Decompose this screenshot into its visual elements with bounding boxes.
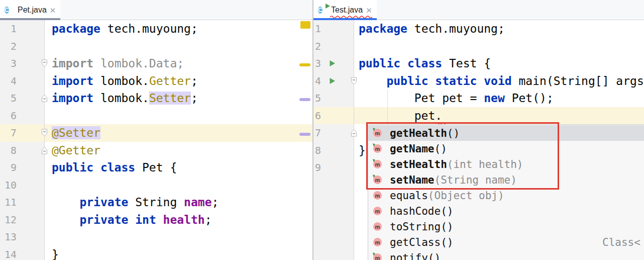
error-stripe-mark[interactable] bbox=[299, 133, 310, 136]
token: package bbox=[359, 22, 407, 35]
code-text[interactable]: @Getter bbox=[52, 142, 100, 159]
method-params: () bbox=[441, 236, 453, 248]
completion-item-setHealth[interactable]: msetHealth(int health) bbox=[368, 156, 644, 172]
tab-title: Pet.java bbox=[18, 6, 47, 15]
method-icon: m bbox=[373, 144, 382, 153]
generated-badge bbox=[373, 159, 375, 162]
code-line[interactable]: 5import lombok.Setter; bbox=[0, 90, 312, 107]
code-line[interactable]: 13 bbox=[0, 228, 312, 246]
method-icon: m bbox=[373, 160, 382, 168]
code-text[interactable]: pet. bbox=[359, 107, 442, 125]
code-line[interactable]: 2 bbox=[0, 38, 312, 55]
fold-collapse-icon[interactable] bbox=[41, 129, 48, 137]
fold-expand-icon[interactable] bbox=[350, 129, 358, 137]
tab-pet-java[interactable]: C Pet.java ✕ bbox=[0, 0, 60, 20]
method-icon: m bbox=[373, 207, 382, 215]
fold-expand-icon[interactable] bbox=[41, 146, 48, 154]
run-overlay-icon bbox=[326, 4, 330, 9]
token: Pet pet = bbox=[359, 92, 484, 105]
completion-item-notify[interactable]: mnotify() bbox=[368, 250, 644, 260]
code-line[interactable]: 2 bbox=[313, 38, 644, 55]
line-number: 13 bbox=[0, 228, 17, 246]
generated-badge bbox=[373, 128, 375, 131]
code-line[interactable]: 1package tech.muyoung; bbox=[313, 20, 644, 38]
code-line[interactable]: 3public class Test { bbox=[313, 55, 644, 72]
code-text[interactable]: import lombok.Getter; bbox=[52, 72, 198, 90]
completion-item-getHealth[interactable]: mgetHealth() bbox=[368, 125, 644, 141]
code-text[interactable]: Pet pet = new Pet(); bbox=[359, 90, 554, 107]
completion-item-equals[interactable]: mequals(Object obj) bbox=[368, 188, 644, 203]
method-icon: m bbox=[373, 176, 382, 184]
code-line[interactable]: 4 public static void main(String[] args bbox=[313, 72, 644, 90]
fold-collapse-icon[interactable] bbox=[41, 59, 48, 68]
code-text[interactable]: @Setter bbox=[52, 124, 100, 142]
token: import bbox=[52, 74, 93, 88]
completion-item-toString[interactable]: mtoString() bbox=[368, 219, 644, 234]
error-stripe bbox=[299, 20, 311, 260]
token: lombok. bbox=[93, 92, 149, 105]
method-params: (int health) bbox=[447, 158, 523, 170]
code-line[interactable]: 8@Getter bbox=[0, 142, 312, 159]
line-number: 9 bbox=[0, 159, 17, 177]
completion-item-hashCode[interactable]: mhashCode() bbox=[368, 203, 644, 219]
code-line[interactable]: 12 private int health; bbox=[0, 211, 312, 229]
method-icon: m bbox=[373, 222, 382, 231]
code-line[interactable]: 1package tech.muyoung; bbox=[0, 20, 312, 38]
code-line[interactable]: 5 Pet pet = new Pet(); bbox=[313, 90, 644, 107]
completion-item-setName[interactable]: msetName(String name) bbox=[368, 172, 644, 188]
token: private bbox=[79, 213, 128, 226]
token: public static void bbox=[386, 74, 511, 88]
code-text[interactable]: import lombok.Setter; bbox=[52, 90, 198, 107]
code-line[interactable]: 9public class Pet { bbox=[0, 159, 312, 177]
code-editor-test[interactable]: mgetHealth()mgetName()msetHealth(int hea… bbox=[313, 20, 644, 260]
token: private bbox=[79, 196, 128, 209]
code-text[interactable]: public class Test { bbox=[359, 55, 491, 72]
fold-collapse-icon[interactable] bbox=[350, 76, 358, 85]
line-number: 14 bbox=[0, 246, 17, 260]
code-line[interactable]: 10 bbox=[0, 177, 312, 194]
line-number: 4 bbox=[313, 72, 321, 90]
code-text[interactable]: public static void main(String[] args bbox=[359, 72, 644, 90]
method-name: setHealth bbox=[390, 158, 447, 170]
token: ; bbox=[205, 213, 212, 226]
fold-expand-icon[interactable] bbox=[41, 94, 48, 103]
code-text[interactable]: } bbox=[52, 246, 59, 260]
token: lombok.Data; bbox=[93, 57, 184, 70]
code-text[interactable]: package tech.muyoung; bbox=[52, 20, 198, 38]
error-stripe-mark[interactable] bbox=[299, 63, 310, 66]
line-number: 6 bbox=[0, 107, 17, 125]
run-icon[interactable] bbox=[329, 77, 336, 84]
line-number: 9 bbox=[313, 159, 321, 177]
code-text[interactable]: private int health; bbox=[52, 211, 212, 229]
code-text[interactable]: package tech.muyoung; bbox=[359, 20, 505, 38]
tab-title: Test.java bbox=[331, 6, 363, 15]
completion-item-getClass[interactable]: mgetClass()Class< bbox=[368, 234, 644, 250]
run-icon[interactable] bbox=[329, 60, 336, 67]
token: new bbox=[484, 92, 505, 105]
code-text[interactable]: private String name; bbox=[52, 194, 219, 211]
method-name: getHealth bbox=[390, 127, 447, 139]
code-text[interactable]: } bbox=[359, 142, 366, 159]
class-icon-letter: C bbox=[318, 7, 323, 14]
completion-item-getName[interactable]: mgetName() bbox=[368, 141, 644, 156]
code-line[interactable]: 4import lombok.Getter; bbox=[0, 72, 312, 90]
error-stripe-mark[interactable] bbox=[299, 98, 310, 101]
code-text[interactable]: import lombok.Data; bbox=[52, 55, 184, 72]
code-line[interactable]: 14} bbox=[0, 246, 312, 260]
code-line[interactable]: 11 private String name; bbox=[0, 194, 312, 211]
token bbox=[52, 196, 79, 209]
close-icon[interactable]: ✕ bbox=[366, 7, 372, 14]
code-line[interactable]: 6 pet. bbox=[313, 107, 644, 125]
code-text[interactable]: public class Pet { bbox=[52, 159, 177, 177]
token: public class bbox=[359, 57, 442, 70]
inspection-status-square[interactable] bbox=[300, 21, 310, 29]
code-line[interactable]: 7@Setter bbox=[0, 124, 312, 142]
line-number: 6 bbox=[313, 107, 321, 125]
close-icon[interactable]: ✕ bbox=[50, 7, 56, 14]
token: main(String[] args bbox=[512, 74, 644, 88]
method-icon: m bbox=[373, 191, 382, 200]
token: Getter bbox=[149, 74, 191, 88]
code-line[interactable]: 6 bbox=[0, 107, 312, 125]
code-line[interactable]: 3import lombok.Data; bbox=[0, 55, 312, 72]
code-editor-pet[interactable]: 1package tech.muyoung;23import lombok.Da… bbox=[0, 20, 312, 260]
